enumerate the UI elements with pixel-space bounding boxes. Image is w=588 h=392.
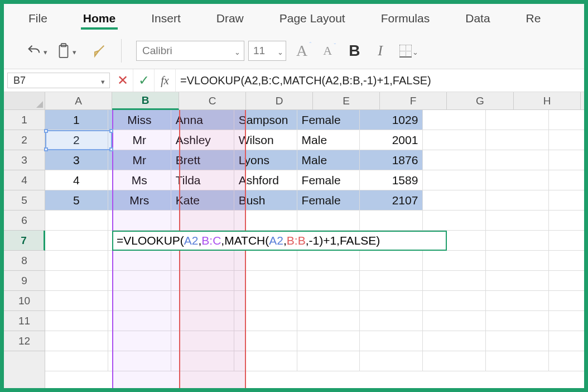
cell[interactable]	[45, 211, 108, 231]
cell[interactable]	[423, 211, 486, 231]
cell[interactable]: Male	[297, 150, 360, 170]
cell[interactable]	[45, 291, 108, 311]
cell[interactable]	[486, 251, 549, 271]
cell[interactable]	[549, 311, 584, 331]
column-header[interactable]: G	[447, 92, 514, 109]
tab-data[interactable]: Data	[463, 6, 492, 31]
tab-formulas[interactable]: Formulas	[379, 6, 432, 31]
cell[interactable]	[486, 351, 549, 371]
insert-function-button[interactable]: fx	[155, 69, 176, 92]
cell[interactable]	[108, 311, 171, 331]
tab-review-truncated[interactable]: Re	[524, 6, 543, 31]
borders-button[interactable]: ⌄	[394, 45, 418, 57]
tab-insert[interactable]: Insert	[149, 6, 183, 31]
cell[interactable]	[297, 311, 360, 331]
cell[interactable]	[297, 291, 360, 311]
cell[interactable]	[549, 231, 584, 251]
cell[interactable]	[360, 251, 423, 271]
cell[interactable]	[423, 150, 486, 170]
cell[interactable]: Female	[297, 170, 360, 190]
cell[interactable]: Sampson	[234, 110, 297, 130]
font-name-dropdown[interactable]: Calibri ⌄	[136, 41, 244, 61]
column-header[interactable]: F	[380, 92, 447, 109]
cell[interactable]	[360, 331, 423, 351]
decrease-font-button[interactable]: Aˇ	[323, 44, 332, 58]
cell[interactable]: Male	[297, 130, 360, 150]
cell[interactable]	[486, 311, 549, 331]
cell[interactable]	[486, 190, 549, 211]
row-header[interactable]: 4	[4, 170, 45, 190]
cell[interactable]	[45, 231, 108, 251]
tab-file[interactable]: File	[26, 6, 50, 31]
column-header[interactable]: E	[313, 92, 380, 109]
cell[interactable]	[486, 170, 549, 190]
increase-font-button[interactable]: Aˆ	[296, 42, 307, 60]
cell[interactable]	[549, 150, 584, 170]
cell[interactable]	[171, 251, 234, 271]
cell[interactable]	[423, 251, 486, 271]
cell[interactable]: 1029	[360, 110, 423, 130]
cell[interactable]	[549, 291, 584, 311]
cell[interactable]: 1589	[360, 170, 423, 190]
cell[interactable]	[108, 271, 171, 291]
column-header[interactable]: H	[514, 92, 581, 109]
cell[interactable]: Female	[297, 190, 360, 211]
cell[interactable]	[45, 251, 108, 271]
undo-button[interactable]: ▾	[24, 42, 50, 60]
cell[interactable]	[423, 190, 486, 211]
tab-page-layout[interactable]: Page Layout	[277, 6, 348, 31]
formula-input[interactable]: =VLOOKUP(A2,B:C,MATCH(A2,B:B,-1)+1,FALSE…	[176, 69, 584, 92]
cell[interactable]	[108, 351, 171, 371]
cell[interactable]	[108, 331, 171, 351]
cell[interactable]	[108, 211, 171, 231]
cell[interactable]: Kate	[171, 190, 234, 211]
cell[interactable]	[171, 211, 234, 231]
cell[interactable]	[486, 211, 549, 231]
cell[interactable]	[423, 231, 486, 251]
column-header[interactable]: A	[45, 92, 112, 109]
cell[interactable]: 1	[45, 110, 108, 130]
cancel-button[interactable]: ✕	[112, 69, 133, 92]
cell[interactable]	[423, 110, 486, 130]
cell[interactable]	[486, 231, 549, 251]
cell[interactable]	[549, 110, 584, 130]
cell[interactable]	[297, 251, 360, 271]
cell[interactable]	[234, 271, 297, 291]
cell[interactable]	[360, 291, 423, 311]
cell[interactable]	[486, 271, 549, 291]
cell[interactable]	[423, 130, 486, 150]
cell[interactable]	[486, 130, 549, 150]
cell[interactable]: Brett	[171, 150, 234, 170]
cell[interactable]: 2001	[360, 130, 423, 150]
cell[interactable]: Mr	[108, 150, 171, 170]
cell[interactable]	[45, 271, 108, 291]
row-header[interactable]: 9	[4, 271, 45, 291]
cell[interactable]	[423, 351, 486, 371]
cell[interactable]: Tilda	[171, 170, 234, 190]
cell[interactable]: 5	[45, 190, 108, 211]
cell[interactable]	[234, 311, 297, 331]
cell[interactable]	[297, 211, 360, 231]
column-header[interactable]	[581, 92, 584, 109]
cell[interactable]: Lyons	[234, 150, 297, 170]
cell[interactable]	[423, 331, 486, 351]
cell[interactable]	[549, 211, 584, 231]
cell[interactable]	[45, 331, 108, 351]
cell[interactable]	[171, 331, 234, 351]
cell[interactable]	[486, 291, 549, 311]
name-box[interactable]: B7 ▾	[7, 73, 110, 88]
font-size-dropdown[interactable]: 11 ⌄	[248, 41, 286, 61]
select-all-corner[interactable]	[4, 92, 45, 110]
cell[interactable]	[360, 271, 423, 291]
cell[interactable]	[423, 271, 486, 291]
cell[interactable]: Ashley	[171, 130, 234, 150]
column-header[interactable]: B	[112, 92, 179, 110]
row-header[interactable]: 1	[4, 110, 45, 130]
cell[interactable]	[171, 311, 234, 331]
cell[interactable]	[549, 251, 584, 271]
cell[interactable]: Miss	[108, 110, 171, 130]
cell[interactable]: Bush	[234, 190, 297, 211]
column-header[interactable]: D	[246, 92, 313, 109]
cell[interactable]	[486, 110, 549, 130]
tab-home[interactable]: Home	[81, 6, 118, 31]
